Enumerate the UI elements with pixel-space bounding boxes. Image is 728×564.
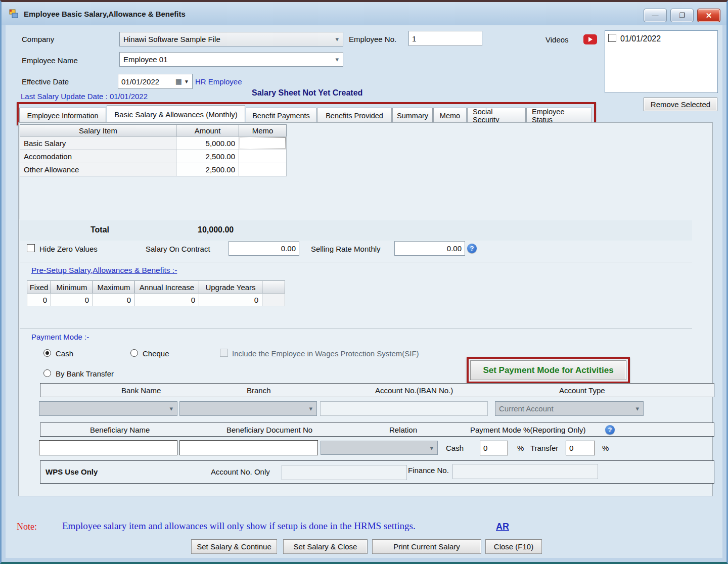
cash-radio-label[interactable]: Cash bbox=[56, 349, 73, 358]
account-type-value: Current Account bbox=[499, 404, 554, 413]
account-no-only-input[interactable] bbox=[282, 465, 407, 480]
cash-radio[interactable] bbox=[43, 349, 51, 357]
tab-benefits-provided[interactable]: Benefits Provided bbox=[317, 108, 392, 123]
company-label: Company bbox=[22, 35, 54, 43]
beneficiary-name-input[interactable] bbox=[39, 440, 177, 455]
branch-header: Branch bbox=[247, 386, 271, 395]
tab-benefit-payments[interactable]: Benefit Payments bbox=[246, 108, 316, 123]
relation-dropdown[interactable]: ▾ bbox=[321, 441, 438, 455]
presetup-header-upgrade-years: Upgrade Years bbox=[199, 280, 262, 294]
minimize-button[interactable]: — bbox=[644, 9, 667, 22]
employee-name-dropdown[interactable]: Employee 01 ▾ bbox=[119, 52, 343, 67]
wps-use-only-label: WPS Use Only bbox=[46, 467, 98, 476]
cheque-radio-label[interactable]: Cheque bbox=[143, 349, 169, 358]
presetup-value-fixed[interactable]: 0 bbox=[27, 293, 51, 306]
effective-date-picker[interactable]: 01/01/2022 ▦ ▼ bbox=[118, 74, 193, 89]
chevron-down-icon: ▾ bbox=[335, 56, 343, 63]
salary-row-memo[interactable] bbox=[239, 150, 287, 163]
beneficiary-doc-input[interactable] bbox=[179, 440, 318, 455]
selling-rate-input[interactable]: 0.00 bbox=[394, 241, 465, 256]
salary-row-amount[interactable]: 2,500.00 bbox=[176, 150, 239, 163]
tab-memo[interactable]: Memo bbox=[433, 108, 467, 123]
maximize-button[interactable]: ❐ bbox=[670, 9, 694, 22]
employee-no-value: 1 bbox=[412, 34, 416, 43]
cash-pct-label: Cash bbox=[446, 444, 464, 452]
wps-band: WPS Use Only Account No. Only Finance No… bbox=[40, 460, 714, 484]
salary-row-item[interactable]: Basic Salary bbox=[20, 136, 176, 150]
set-salary-continue-button[interactable]: Set Salary & Continue bbox=[191, 539, 277, 554]
tab-social-security[interactable]: Social Security bbox=[467, 108, 526, 123]
sif-checkbox[interactable] bbox=[220, 349, 228, 357]
presetup-value-blank bbox=[262, 293, 285, 306]
presetup-value-annual-increase[interactable]: 0 bbox=[134, 293, 199, 306]
salary-row-memo[interactable] bbox=[239, 163, 287, 176]
tab-employee-status[interactable]: Employee Status bbox=[526, 108, 592, 123]
beneficiary-doc-header: Beneficiary Document No bbox=[226, 426, 312, 434]
bank-name-dropdown[interactable]: ▾ bbox=[39, 401, 177, 416]
close-button[interactable]: ✕ bbox=[697, 9, 720, 22]
history-date-item[interactable]: 01/01/2022 bbox=[620, 34, 661, 43]
tab-strip: Employee Information Basic Salary & Allo… bbox=[19, 105, 593, 123]
account-no-only-label: Account No. Only bbox=[211, 467, 270, 476]
chevron-down-icon: ▾ bbox=[169, 405, 177, 412]
account-type-dropdown[interactable]: Current Account ▾ bbox=[495, 401, 644, 416]
presetup-value-minimum[interactable]: 0 bbox=[51, 293, 93, 306]
last-salary-update-text: Last Salary Update Date : 01/01/2022 bbox=[21, 92, 148, 101]
cash-pct-input[interactable]: 0 bbox=[480, 441, 508, 455]
presetup-header-fixed: Fixed bbox=[27, 280, 51, 294]
finance-no-label: Finance No. bbox=[408, 466, 449, 475]
note-text: Employee salary item and allowances will… bbox=[62, 521, 416, 532]
chevron-down-icon: ▾ bbox=[309, 405, 316, 412]
bank-transfer-radio[interactable] bbox=[43, 369, 51, 377]
presetup-value-upgrade-years[interactable]: 0 bbox=[199, 293, 262, 306]
effective-date-value: 01/01/2022 bbox=[121, 77, 159, 86]
date-dropdown-arrow-icon[interactable]: ▼ bbox=[182, 79, 189, 84]
transfer-pct-sign: % bbox=[602, 444, 609, 452]
branch-dropdown[interactable]: ▾ bbox=[179, 401, 317, 416]
account-no-header: Account No.(IBAN No.) bbox=[375, 386, 453, 395]
tab-summary[interactable]: Summary bbox=[392, 108, 433, 123]
ar-link[interactable]: AR bbox=[496, 522, 509, 532]
presetup-link[interactable]: Pre-Setup Salary,Allowances & Benefits :… bbox=[31, 266, 177, 275]
calendar-icon[interactable]: ▦ bbox=[175, 77, 182, 85]
set-payment-mode-button[interactable]: Set Payment Mode for Activities bbox=[470, 360, 626, 380]
remove-selected-button[interactable]: Remove Selected bbox=[644, 98, 717, 111]
finance-no-input[interactable] bbox=[452, 464, 598, 479]
salary-row-amount[interactable]: 5,000.00 bbox=[176, 136, 239, 150]
hide-zero-values-checkbox[interactable] bbox=[27, 244, 35, 252]
tab-basic-salary-allowances[interactable]: Basic Salary & Allowances (Monthly) bbox=[107, 105, 245, 123]
presetup-header-minimum: Minimum bbox=[51, 280, 93, 294]
salary-row-amount[interactable]: 2,500.00 bbox=[176, 163, 239, 176]
note-label: Note: bbox=[17, 522, 37, 532]
salary-row-item[interactable]: Accomodation bbox=[20, 150, 176, 163]
presetup-value-maximum[interactable]: 0 bbox=[93, 293, 135, 306]
sif-checkbox-label[interactable]: Include the Employee in Wages Protection… bbox=[232, 349, 419, 358]
salary-row-item[interactable]: Other Allowance bbox=[20, 163, 176, 176]
salary-on-contract-input[interactable]: 0.00 bbox=[229, 241, 299, 256]
hr-employee-link[interactable]: HR Employee bbox=[195, 77, 242, 86]
tab-employee-information[interactable]: Employee Information bbox=[19, 108, 106, 123]
form-client-area: Company Hinawi Software Sample File ▾ Em… bbox=[6, 25, 722, 558]
salary-row-memo-focused[interactable] bbox=[239, 136, 287, 150]
help-icon[interactable]: ? bbox=[467, 244, 477, 253]
cheque-radio[interactable] bbox=[130, 349, 138, 357]
company-dropdown[interactable]: Hinawi Software Sample File ▾ bbox=[119, 32, 343, 46]
history-date-checkbox[interactable] bbox=[608, 34, 616, 42]
transfer-pct-input[interactable]: 0 bbox=[566, 441, 595, 455]
help-icon[interactable]: ? bbox=[605, 425, 615, 435]
employee-name-label: Employee Name bbox=[22, 56, 78, 65]
bank-transfer-radio-label[interactable]: By Bank Transfer bbox=[56, 369, 114, 378]
total-band: Total 10,000.00 bbox=[20, 220, 692, 241]
close-f10-button[interactable]: Close (F10) bbox=[485, 539, 542, 554]
salary-history-listbox[interactable]: 01/01/2022 bbox=[605, 30, 718, 93]
set-salary-close-button[interactable]: Set Salary & Close bbox=[283, 539, 368, 554]
separator-line bbox=[20, 328, 692, 328]
account-no-input[interactable] bbox=[320, 401, 488, 416]
tab-content-panel: Salary Item Amount Memo Basic Salary 5,0… bbox=[18, 122, 713, 496]
presetup-header-maximum: Maximum bbox=[93, 280, 135, 294]
print-current-salary-button[interactable]: Print Current Salary bbox=[372, 539, 481, 554]
youtube-icon[interactable] bbox=[583, 34, 597, 44]
payment-pct-header: Payment Mode %(Reporting Only) bbox=[470, 426, 585, 434]
beneficiary-header-band: Beneficiary Name Beneficiary Document No… bbox=[40, 422, 714, 437]
employee-no-input[interactable]: 1 bbox=[408, 31, 482, 46]
